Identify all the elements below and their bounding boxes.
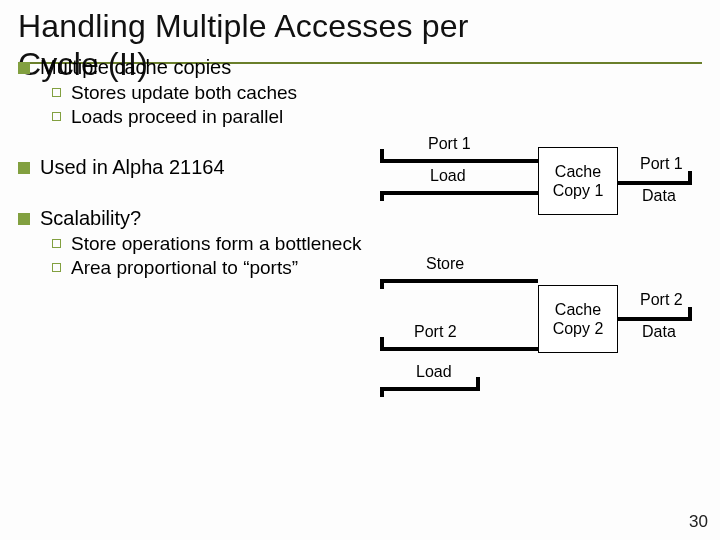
bullet-text: Multiple cache copies bbox=[40, 56, 231, 79]
hollow-bullet-icon bbox=[52, 263, 61, 272]
wire-stub bbox=[688, 171, 692, 181]
wire-stub bbox=[476, 377, 480, 387]
wire bbox=[618, 317, 692, 321]
bullet-text: Scalability? bbox=[40, 207, 141, 230]
hollow-bullet-icon bbox=[52, 112, 61, 121]
wire bbox=[380, 347, 538, 351]
wire-stub bbox=[380, 191, 384, 201]
sub-list: Store operations form a bottleneck Area … bbox=[18, 233, 368, 279]
hollow-bullet-icon bbox=[52, 88, 61, 97]
load-label-bottom: Load bbox=[416, 363, 452, 381]
sub-text: Area proportional to “ports” bbox=[71, 257, 298, 279]
slide: Handling Multiple Accesses per Cycle (II… bbox=[0, 0, 720, 540]
sub-item: Area proportional to “ports” bbox=[52, 257, 368, 279]
cache-diagram: Port 1 Load Cache Copy 1 Port 1 Data Sto… bbox=[380, 135, 700, 465]
wire-stub bbox=[380, 387, 384, 397]
port1-label-top: Port 1 bbox=[428, 135, 471, 153]
sub-text: Store operations form a bottleneck bbox=[71, 233, 361, 255]
cache-copy-1-box: Cache Copy 1 bbox=[538, 147, 618, 215]
sub-text: Stores update both caches bbox=[71, 82, 297, 104]
wire bbox=[380, 191, 538, 195]
wire bbox=[618, 181, 692, 185]
sub-item: Loads proceed in parallel bbox=[52, 106, 702, 128]
square-bullet-icon bbox=[18, 62, 30, 74]
cache-copy-2-box: Cache Copy 2 bbox=[538, 285, 618, 353]
store-label: Store bbox=[426, 255, 464, 273]
bullet-item-1: Multiple cache copies Stores update both… bbox=[18, 56, 702, 128]
title-line-1: Handling Multiple Accesses per bbox=[18, 8, 469, 44]
wire-stub bbox=[380, 337, 384, 347]
wire-stub bbox=[380, 149, 384, 159]
port1-label-right: Port 1 bbox=[640, 155, 683, 173]
load-label-top: Load bbox=[430, 167, 466, 185]
sub-item: Stores update both caches bbox=[52, 82, 702, 104]
wire bbox=[380, 387, 480, 391]
bullet-text: Used in Alpha 21164 bbox=[40, 156, 225, 179]
sub-item: Store operations form a bottleneck bbox=[52, 233, 368, 255]
wire bbox=[380, 279, 538, 283]
square-bullet-icon bbox=[18, 162, 30, 174]
port2-label-right: Port 2 bbox=[640, 291, 683, 309]
hollow-bullet-icon bbox=[52, 239, 61, 248]
wire-stub bbox=[688, 307, 692, 317]
page-number: 30 bbox=[689, 512, 708, 532]
square-bullet-icon bbox=[18, 213, 30, 225]
wire-stub bbox=[380, 279, 384, 289]
sub-list: Stores update both caches Loads proceed … bbox=[18, 82, 702, 128]
wire bbox=[380, 159, 538, 163]
port2-label-left: Port 2 bbox=[414, 323, 457, 341]
sub-text: Loads proceed in parallel bbox=[71, 106, 283, 128]
data-label-right-2: Data bbox=[642, 323, 676, 341]
data-label-right-1: Data bbox=[642, 187, 676, 205]
